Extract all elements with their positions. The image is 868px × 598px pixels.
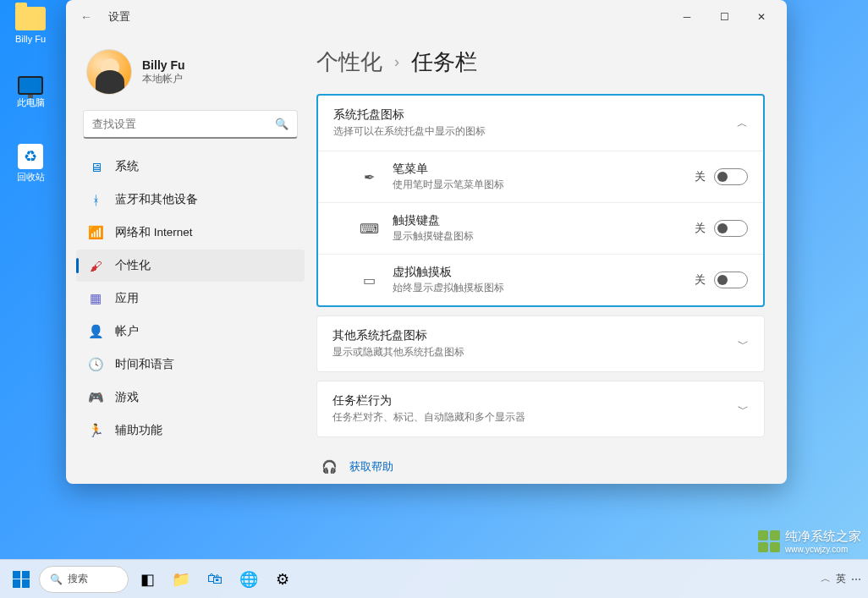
windows-logo-icon [13, 571, 30, 588]
nav-item-8[interactable]: 🏃辅助功能 [76, 414, 305, 447]
tray-row-2: ▭ 虚拟触摸板 始终显示虚拟触摸板图标 关 [318, 254, 763, 305]
desktop-folder[interactable]: Billy Fu [10, 7, 51, 44]
tray-row-sub: 使用笔时显示笔菜单图标 [393, 178, 695, 192]
taskbar-behavior-card[interactable]: 任务栏行为 任务栏对齐、标记、自动隐藏和多个显示器 ﹀ [316, 381, 765, 437]
settings-taskbar-button[interactable]: ⚙ [267, 564, 298, 595]
edge-button[interactable]: 🌐 [233, 564, 264, 595]
chevron-up-icon: ︿ [737, 116, 748, 131]
nav-list: 🖥系统ᚼ蓝牙和其他设备📶网络和 Internet🖌个性化▦应用👤帐户🕓时间和语言… [76, 151, 311, 447]
chevron-down-icon: ﹀ [738, 337, 749, 352]
toggle-state-label: 关 [695, 272, 706, 288]
profile-block[interactable]: Billy Fu 本地帐户 [76, 42, 311, 110]
breadcrumb-parent[interactable]: 个性化 [316, 47, 382, 77]
apps-icon: ▦ [88, 291, 103, 306]
bluetooth-icon: ᚼ [88, 192, 103, 207]
desktop-recycle-label: 回收站 [17, 172, 45, 182]
nav-label: 个性化 [115, 258, 151, 273]
behavior-card-title: 任务栏行为 [332, 393, 738, 409]
tray-card-title: 系统托盘图标 [333, 107, 737, 123]
feedback-link[interactable]: 📝 提供反馈 [321, 480, 765, 484]
chevron-down-icon: ﹀ [738, 402, 749, 417]
back-button[interactable]: ← [73, 3, 100, 30]
nav-label: 蓝牙和其他设备 [115, 192, 198, 207]
tray-row-1: ⌨ 触摸键盘 显示触摸键盘图标 关 [318, 202, 763, 254]
nav-label: 时间和语言 [115, 357, 174, 372]
behavior-card-sub: 任务栏对齐、标记、自动隐藏和多个显示器 [332, 410, 738, 425]
nav-label: 网络和 Internet [115, 225, 193, 240]
accessibility-icon: 🏃 [88, 423, 103, 438]
taskbar-search-label: 搜索 [68, 572, 88, 586]
close-button[interactable]: ✕ [743, 3, 780, 30]
sidebar: Billy Fu 本地帐户 🔍 🖥系统ᚼ蓝牙和其他设备📶网络和 Internet… [66, 34, 311, 484]
task-view-button[interactable]: ◧ [132, 564, 162, 595]
toggle-state-label: 关 [695, 169, 706, 184]
touchpad-icon: ▭ [359, 272, 379, 288]
minimize-button[interactable]: ─ [668, 3, 706, 30]
tray-icons-card: 系统托盘图标 选择可以在系统托盘中显示的图标 ︿ ✒ 笔菜单 使用笔时显示笔菜单… [316, 94, 765, 307]
toggle-switch[interactable] [714, 272, 748, 288]
keyboard-icon: ⌨ [359, 221, 379, 237]
nav-label: 帐户 [115, 324, 139, 339]
profile-name: Billy Fu [142, 58, 185, 72]
tray-chevron-icon[interactable]: ︿ [821, 572, 831, 586]
wifi-icon: 📶 [88, 225, 103, 240]
clock-icon: 🕓 [88, 357, 103, 372]
chevron-right-icon: › [394, 53, 399, 71]
watermark-name: 纯净系统之家 [785, 529, 861, 543]
nav-item-1[interactable]: ᚼ蓝牙和其他设备 [76, 184, 305, 216]
maximize-button[interactable]: ☐ [706, 3, 743, 30]
folder-icon [15, 7, 46, 30]
taskbar: 🔍 搜索 ◧ 📁 🛍 🌐 ⚙ ︿ 英 ⋯ [0, 559, 868, 598]
other-tray-card[interactable]: 其他系统托盘图标 显示或隐藏其他系统托盘图标 ﹀ [316, 315, 765, 372]
avatar [86, 49, 132, 95]
window-title: 设置 [108, 9, 130, 25]
toggle-switch[interactable] [714, 220, 748, 237]
tray-card-header[interactable]: 系统托盘图标 选择可以在系统托盘中显示的图标 ︿ [318, 96, 763, 151]
person-icon: 👤 [88, 324, 103, 339]
nav-label: 应用 [115, 291, 139, 306]
ime-indicator[interactable]: 英 [836, 572, 846, 586]
toggle-switch[interactable] [714, 168, 748, 185]
search-box[interactable]: 🔍 [83, 110, 298, 139]
file-explorer-button[interactable]: 📁 [166, 564, 196, 595]
nav-item-0[interactable]: 🖥系统 [76, 151, 305, 183]
other-card-title: 其他系统托盘图标 [332, 328, 738, 343]
desktop-recycle-bin[interactable]: ♻ 回收站 [10, 144, 51, 184]
other-card-sub: 显示或隐藏其他系统托盘图标 [332, 345, 738, 359]
get-help-link[interactable]: 🎧 获取帮助 [321, 454, 765, 480]
desktop-pc-label: 此电脑 [17, 97, 45, 107]
tray-row-title: 笔菜单 [393, 162, 695, 177]
desktop-folder-label: Billy Fu [15, 34, 46, 44]
help-icon: 🎧 [321, 459, 338, 475]
nav-item-5[interactable]: 👤帐户 [76, 315, 305, 348]
search-icon: 🔍 [275, 118, 288, 130]
desktop-this-pc[interactable]: 此电脑 [10, 76, 51, 109]
tray-card-sub: 选择可以在系统托盘中显示的图标 [333, 124, 737, 139]
watermark-icon [758, 530, 780, 552]
tray-row-0: ✒ 笔菜单 使用笔时显示笔菜单图标 关 [318, 151, 763, 202]
tray-row-sub: 显示触摸键盘图标 [393, 229, 695, 244]
store-button[interactable]: 🛍 [200, 564, 230, 595]
nav-item-6[interactable]: 🕓时间和语言 [76, 348, 305, 381]
content-area: 个性化 › 任务栏 系统托盘图标 选择可以在系统托盘中显示的图标 ︿ ✒ 笔菜单… [311, 34, 787, 484]
pc-icon [18, 76, 43, 95]
toggle-state-label: 关 [695, 221, 706, 236]
tray-row-title: 虚拟触摸板 [393, 265, 695, 280]
search-icon: 🔍 [50, 573, 63, 585]
nav-item-7[interactable]: 🎮游戏 [76, 381, 305, 414]
nav-item-3[interactable]: 🖌个性化 [76, 250, 305, 282]
start-button[interactable] [7, 565, 36, 594]
nav-label: 游戏 [115, 390, 139, 405]
watermark-url: www.ycwjzy.com [785, 545, 861, 554]
nav-item-2[interactable]: 📶网络和 Internet [76, 217, 305, 249]
taskbar-search[interactable]: 🔍 搜索 [39, 566, 129, 593]
tray-more-icon[interactable]: ⋯ [851, 573, 861, 585]
breadcrumb: 个性化 › 任务栏 [316, 47, 765, 77]
search-input[interactable] [92, 118, 275, 130]
nav-item-4[interactable]: ▦应用 [76, 283, 305, 315]
tray-row-sub: 始终显示虚拟触摸板图标 [393, 281, 695, 295]
brush-icon: 🖌 [88, 258, 103, 273]
nav-label: 辅助功能 [115, 423, 162, 438]
profile-sub: 本地帐户 [142, 72, 185, 86]
get-help-label: 获取帮助 [349, 459, 393, 475]
